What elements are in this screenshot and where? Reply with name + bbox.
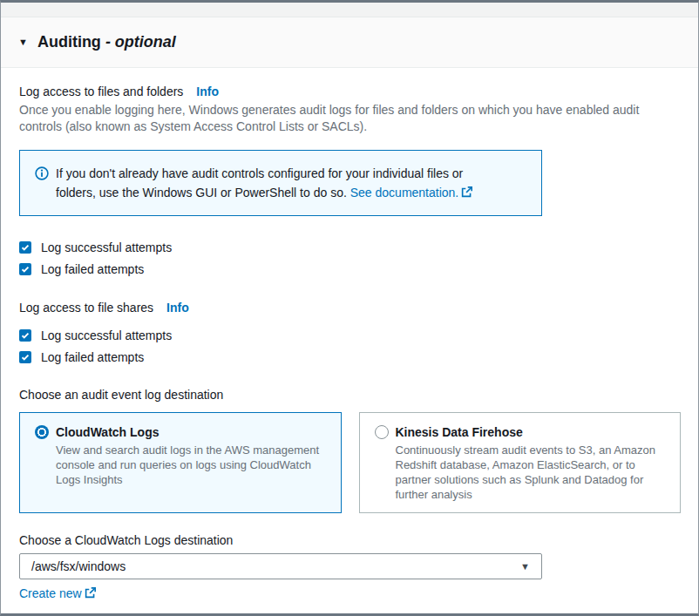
checkmark-icon xyxy=(20,330,31,341)
kinesis-data-firehose-radio[interactable] xyxy=(375,425,389,439)
file-shares-checkbox-group: Log successful attempts Log failed attem… xyxy=(19,327,681,366)
tile-description: View and search audit logs in the AWS ma… xyxy=(56,443,330,487)
checkbox-label: Log failed attempts xyxy=(41,262,144,276)
destination-tiles: CloudWatch Logs View and search audit lo… xyxy=(19,412,681,513)
auditing-section-header[interactable]: ▼ Auditing - optional xyxy=(1,17,698,68)
external-link-icon xyxy=(85,587,96,601)
log-failed-attempts-checkbox[interactable] xyxy=(19,263,31,275)
see-documentation-link[interactable]: See documentation. xyxy=(350,186,459,200)
info-box-text: If you don't already have audit controls… xyxy=(56,164,500,203)
files-folders-label: Log access to files and folders xyxy=(19,84,183,99)
tile-content: CloudWatch Logs View and search audit lo… xyxy=(56,424,330,502)
checkbox-label: Log successful attempts xyxy=(41,240,172,254)
file-shares-label-row: Log access to file shares Info xyxy=(19,300,681,315)
external-link-icon xyxy=(461,184,472,203)
tile-content: Kinesis Data Firehose Continuously strea… xyxy=(396,424,670,502)
checkbox-row: Log successful attempts xyxy=(19,327,681,344)
kinesis-data-firehose-tile[interactable]: Kinesis Data Firehose Continuously strea… xyxy=(359,412,682,513)
file-shares-info-link[interactable]: Info xyxy=(166,301,189,315)
log-successful-attempts-checkbox[interactable] xyxy=(19,241,31,254)
checkbox-label: Log failed attempts xyxy=(41,350,144,364)
select-value: /aws/fsx/windows xyxy=(31,559,126,573)
create-new-link[interactable]: Create new xyxy=(19,586,82,600)
cloudwatch-logs-radio[interactable] xyxy=(35,425,49,439)
files-folders-checkbox-group: Log successful attempts Log failed attem… xyxy=(19,239,681,278)
shares-log-successful-attempts-checkbox[interactable] xyxy=(19,329,31,342)
checkbox-row: Log failed attempts xyxy=(19,349,681,366)
section-top-strip xyxy=(1,3,698,17)
info-circle-icon xyxy=(35,166,49,203)
files-folders-description: Once you enable logging here, Windows ge… xyxy=(19,102,681,135)
collapse-triangle-icon[interactable]: ▼ xyxy=(18,37,28,47)
cloudwatch-destination-label: Choose a CloudWatch Logs destination xyxy=(19,532,681,548)
cloudwatch-logs-tile[interactable]: CloudWatch Logs View and search audit lo… xyxy=(19,412,342,513)
checkmark-icon xyxy=(20,352,31,362)
section-content: Log access to files and folders Info Onc… xyxy=(1,68,698,616)
cloudwatch-destination-select[interactable]: /aws/fsx/windows ▼ xyxy=(19,553,542,579)
section-title: Auditing - optional xyxy=(37,33,176,51)
checkbox-row: Log failed attempts xyxy=(19,261,681,278)
files-folders-label-row: Log access to files and folders Info xyxy=(19,84,681,99)
files-folders-info-link[interactable]: Info xyxy=(196,85,219,98)
caret-down-icon: ▼ xyxy=(520,561,530,572)
tile-description: Continuously stream audit events to S3, … xyxy=(396,443,670,502)
checkbox-row: Log successful attempts xyxy=(19,239,681,256)
audit-controls-info-box: If you don't already have audit controls… xyxy=(19,150,542,216)
audit-destination-label: Choose an audit event log destination xyxy=(19,387,681,403)
section-title-main: Auditing xyxy=(37,33,105,51)
shares-log-failed-attempts-checkbox[interactable] xyxy=(19,351,31,363)
checkbox-label: Log successful attempts xyxy=(41,328,172,342)
file-shares-label: Log access to file shares xyxy=(19,300,153,315)
checkmark-icon xyxy=(20,242,31,253)
tile-title: CloudWatch Logs xyxy=(56,424,330,440)
tile-title: Kinesis Data Firehose xyxy=(396,424,670,440)
create-new-row: Create new xyxy=(19,586,681,601)
auditing-section-card: ▼ Auditing - optional Log access to file… xyxy=(0,0,699,616)
section-title-suffix: - optional xyxy=(105,33,176,51)
checkmark-icon xyxy=(20,264,31,274)
